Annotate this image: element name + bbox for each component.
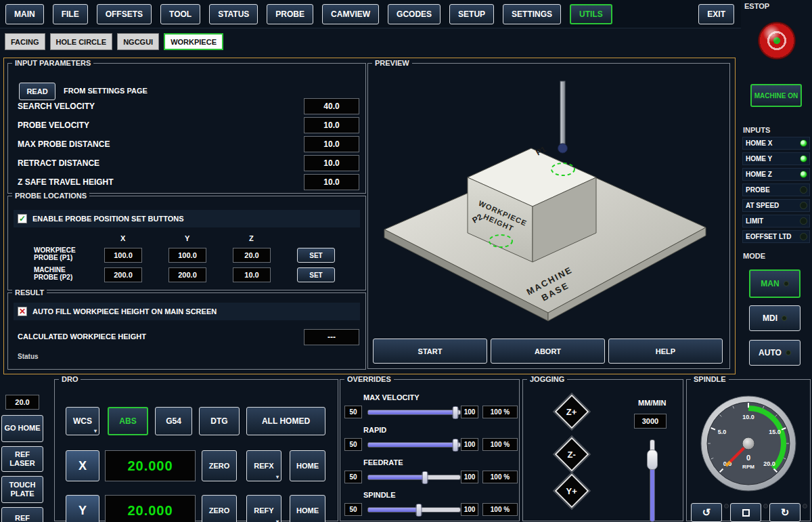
jog-rate-display: 3000 [634,414,667,429]
p1-x-field[interactable]: 100.0 [104,248,142,263]
menu-setup-button[interactable]: SETUP [449,4,494,24]
menu-main-button[interactable]: MAIN [5,4,44,24]
spindle-slider-handle[interactable] [415,504,422,517]
tab-workpiece[interactable]: WORKPIECE [164,33,223,50]
menu-gcodes-button[interactable]: GCODES [388,4,441,24]
g54-button[interactable]: G54 [155,407,192,435]
max-probe-distance-field[interactable]: 10.0 [304,136,359,152]
jog-y-plus-button[interactable]: Y+ [555,474,589,508]
p1-y-field[interactable]: 100.0 [168,248,206,263]
mode-auto-button[interactable]: AUTO [749,340,800,366]
inputs-title: INPUTS [743,126,770,134]
go-home-button[interactable]: GO HOME [1,415,43,442]
axis-y-button[interactable]: Y [66,495,99,522]
p2-set-button[interactable]: SET [297,267,335,282]
max-velocity-slider-handle[interactable] [453,406,459,419]
jog-z-minus-button[interactable]: Z- [555,437,589,472]
man-led [784,281,789,286]
max-velocity-min[interactable]: 50 [344,406,362,418]
help-button[interactable]: HELP [608,339,723,364]
rapid-max[interactable]: 100 [461,438,478,451]
mode-title: MODE [743,252,765,260]
menu-file-button[interactable]: FILE [53,4,88,24]
rapid-label: RAPID [363,426,386,434]
feedrate-slider-handle[interactable] [422,471,428,484]
p1-z-field[interactable]: 20.0 [233,248,271,263]
search-velocity-field[interactable]: 40.0 [304,98,359,114]
svg-text:10.0: 10.0 [742,414,754,420]
axis-y-ref-button[interactable]: REFY▾ [246,495,281,522]
group-title-result: RESULT [12,288,47,297]
z-safe-travel-height-field[interactable]: 10.0 [304,174,359,190]
home-y-led [800,155,807,162]
menu-tool-button[interactable]: TOOL [160,4,200,24]
feedrate-label: FEEDRATE [363,458,403,466]
z-safe-travel-height-label: Z SAFE TRAVEL HEIGHT [18,177,114,187]
touch-plate-button[interactable]: TOUCH PLATE [1,476,43,503]
spindle-min[interactable]: 50 [344,503,362,516]
mdi-led [782,316,787,321]
menu-offsets-button[interactable]: OFFSETS [97,4,152,24]
rapid-slider-handle[interactable] [453,439,459,452]
wcs-button[interactable]: WCS▾ [66,407,99,435]
tab-hole-circle[interactable]: HOLE CIRCLE [50,33,113,50]
tab-facing[interactable]: FACING [5,33,45,50]
rapid-min[interactable]: 50 [344,438,362,451]
ref-button[interactable]: REF [1,507,43,522]
tab-ngcgui[interactable]: NGCGUI [117,33,159,50]
spindle-slider[interactable] [367,507,461,513]
home-z-led [800,171,807,178]
feedrate-max[interactable]: 100 [461,471,478,483]
overrides-group: OVERRIDES MAX VELOCITY 50 100 100 % RAPI… [340,379,520,521]
axis-y-home-button[interactable]: HOME [290,495,325,522]
abs-button[interactable]: ABS [108,407,148,435]
jog-z-plus-button[interactable]: Z+ [555,395,589,429]
dro-group: DRO WCS▾ ABS G54 DTG ALL HOMED X 20.000 … [54,379,338,521]
axis-x-button[interactable]: X [66,450,99,481]
exit-button[interactable]: EXIT [698,4,734,24]
p2-y-field[interactable]: 200.0 [168,267,206,282]
jog-rate-slider-handle[interactable] [647,450,658,470]
retract-distance-field[interactable]: 10.0 [304,155,359,171]
at-speed-led [800,202,807,209]
start-button[interactable]: START [373,339,487,364]
mode-man-button[interactable]: MAN [749,269,800,298]
spindle-ccw-button[interactable]: ↺ [691,503,722,522]
menu-utils-button[interactable]: UTILS [570,4,612,24]
max-velocity-slider[interactable] [367,410,461,415]
feedrate-slider[interactable] [367,475,461,480]
p1-set-button[interactable]: SET [297,248,335,263]
axis-x-zero-button[interactable]: ZERO [202,450,237,481]
p2-x-field[interactable]: 200.0 [104,267,142,282]
axis-x-ref-button[interactable]: REFX▾ [246,450,281,481]
input-row-home-x: HOME X [742,137,810,150]
estop-button[interactable] [758,22,796,60]
enable-probe-set-checkbox[interactable]: ✓ [18,214,27,223]
menu-probe-button[interactable]: PROBE [267,4,313,24]
machine-on-button[interactable]: MACHINE ON [750,84,802,107]
probe-velocity-field[interactable]: 10.0 [304,117,359,133]
ref-laser-button[interactable]: REF LASER [1,446,43,472]
feedrate-min[interactable]: 50 [344,471,362,483]
axis-x-home-button[interactable]: HOME [290,450,325,481]
max-velocity-max[interactable]: 100 [461,406,478,418]
p2-z-field[interactable]: 10.0 [233,267,271,282]
rapid-slider[interactable] [367,442,461,448]
spindle-stop-button[interactable] [730,503,761,522]
dtg-button[interactable]: DTG [199,407,240,435]
axis-y-dro-display: 20.000 [105,495,196,522]
all-homed-button[interactable]: ALL HOMED [246,407,325,435]
menu-status-button[interactable]: STATUS [209,4,258,24]
spindle-override-label: SPINDLE [363,491,396,499]
menu-camview-button[interactable]: CAMVIEW [322,4,379,24]
autofill-checkbox[interactable]: ✕ [18,307,27,316]
spindle-cw-button[interactable]: ↻ [769,503,800,522]
aux-value-display: 20.0 [5,395,39,410]
jog-rate-slider[interactable] [650,439,655,522]
mode-mdi-button[interactable]: MDI [749,305,800,331]
spindle-group: SPINDLE [686,379,811,521]
menu-settings-button[interactable]: SETTINGS [503,4,561,24]
abort-button[interactable]: ABORT [491,339,605,364]
axis-y-zero-button[interactable]: ZERO [202,495,237,522]
spindle-max[interactable]: 100 [461,503,478,516]
